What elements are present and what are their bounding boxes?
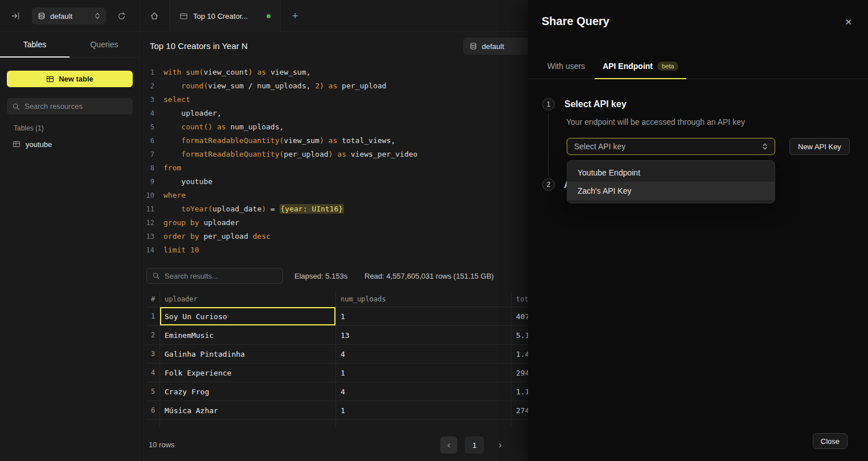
cell-total-views[interactable]: 1.1 <box>511 382 528 401</box>
line-number: 14 <box>140 243 154 257</box>
close-button[interactable]: Close <box>813 433 847 449</box>
cell-num-uploads[interactable]: 13 <box>336 326 511 344</box>
column-header[interactable]: num_uploads <box>336 291 511 307</box>
sql-editor[interactable]: 1with sum(view_count) as view_sum,2 roun… <box>140 66 528 257</box>
step-1-indicator: 1 <box>542 98 555 111</box>
resource-search-input[interactable] <box>24 102 128 111</box>
cell-empty <box>146 420 160 427</box>
cell-total-views[interactable]: 407 <box>511 307 528 325</box>
search-icon <box>12 103 20 111</box>
tab-queries[interactable]: Queries <box>69 32 139 57</box>
table-row[interactable]: 4Folk Experience1294 <box>146 364 528 382</box>
tab-strip: Top 10 Creator... + <box>140 0 140 32</box>
line-number: 2 <box>140 79 154 93</box>
query-tab[interactable]: Top 10 Creator... <box>169 0 281 32</box>
code-text: where <box>154 189 186 202</box>
table-item-label: youtube <box>26 140 52 149</box>
new-api-key-button[interactable]: New API Key <box>789 138 850 155</box>
cell-num-uploads[interactable]: 4 <box>336 345 511 363</box>
cell-total-views[interactable]: 1.4 <box>511 345 528 363</box>
tab-api-endpoint[interactable]: API Endpoint beta <box>595 54 686 79</box>
cell-uploader[interactable]: EminemMusic <box>160 326 336 344</box>
code-line: 13order by per_upload desc <box>140 230 528 243</box>
results-search <box>146 268 283 284</box>
new-tab-button[interactable]: + <box>287 9 303 23</box>
table-row[interactable]: 3Galinha Pintadinha41.4 <box>146 345 528 364</box>
cell-num-uploads[interactable]: 1 <box>336 364 511 382</box>
cell-total-views[interactable]: 274 <box>511 401 528 419</box>
api-key-option[interactable]: Zach's API Key <box>567 182 775 200</box>
refresh-button[interactable] <box>115 10 128 22</box>
cell-total-views[interactable]: 294 <box>511 364 528 382</box>
code-text: limit 10 <box>154 243 199 257</box>
cell-empty <box>511 420 528 427</box>
line-number: 6 <box>140 134 154 148</box>
cell-total-views[interactable]: 5.1 <box>511 326 528 344</box>
row-number[interactable]: 1 <box>146 307 160 325</box>
table-row[interactable]: 5Crazy Frog41.1 <box>146 382 528 401</box>
cell-num-uploads[interactable]: 4 <box>336 382 511 401</box>
editor-database-label: default <box>482 42 504 51</box>
home-button[interactable] <box>147 10 162 22</box>
step-2-indicator: 2 <box>542 178 555 191</box>
table-row-partial <box>146 420 528 427</box>
collapse-sidebar-button[interactable] <box>9 10 22 22</box>
column-header[interactable]: uploader <box>160 291 336 307</box>
cell-uploader[interactable]: Música Azhar <box>160 401 336 419</box>
cell-empty <box>336 420 511 427</box>
elapsed-stat: Elapsed: 5.153s <box>294 272 347 280</box>
code-line: 11 toYear(upload_date) = {year: UInt16} <box>140 202 528 216</box>
cell-num-uploads[interactable]: 1 <box>336 401 511 419</box>
code-line: 5 count() as num_uploads, <box>140 120 528 134</box>
next-page-button[interactable]: › <box>492 436 509 454</box>
database-selector-label: default <box>50 12 72 21</box>
results-body: 1Soy Un Curioso14072EminemMusic135.13Gal… <box>146 307 528 427</box>
code-line: 1with sum(view_count) as view_sum, <box>140 66 528 79</box>
tab-api-endpoint-label: API Endpoint <box>603 62 653 71</box>
code-text: with sum(view_count) as view_sum, <box>154 66 310 79</box>
row-number[interactable]: 4 <box>146 364 160 382</box>
cell-uploader[interactable]: Crazy Frog <box>160 382 336 401</box>
database-selector[interactable]: default <box>32 7 106 25</box>
query-tab-icon <box>179 12 188 21</box>
line-number: 9 <box>140 175 154 189</box>
tab-tables[interactable]: Tables <box>0 32 69 57</box>
close-icon[interactable]: ✕ <box>845 17 852 27</box>
code-text: select <box>154 93 190 107</box>
refresh-icon <box>117 12 126 21</box>
cell-uploader[interactable]: Folk Experience <box>160 364 336 382</box>
share-tabs: With users API Endpoint beta <box>528 54 868 79</box>
table-grid-icon <box>46 75 54 83</box>
cell-uploader[interactable]: Galinha Pintadinha <box>160 345 336 363</box>
code-text: youtube <box>154 175 212 189</box>
tab-with-users[interactable]: With users <box>547 54 585 79</box>
api-key-select[interactable]: Select API key <box>567 138 775 155</box>
row-number[interactable]: 5 <box>146 382 160 401</box>
code-line: 4 uploader, <box>140 107 528 120</box>
api-key-menu: Youtube EndpointZach's API Key <box>567 160 775 203</box>
cell-empty <box>160 420 336 427</box>
line-number: 4 <box>140 107 154 120</box>
row-number[interactable]: 3 <box>146 345 160 363</box>
line-number: 5 <box>140 120 154 134</box>
code-text: uploader, <box>154 107 222 120</box>
table-row[interactable]: 1Soy Un Curioso1407 <box>146 307 528 326</box>
table-row[interactable]: 6Música Azhar1274 <box>146 401 528 420</box>
row-number[interactable]: 2 <box>146 326 160 344</box>
collapse-sidebar-icon <box>11 11 20 21</box>
previous-page-button[interactable]: ‹ <box>440 436 457 454</box>
code-lines: 1with sum(view_count) as view_sum,2 roun… <box>140 66 528 257</box>
table-row[interactable]: 2EminemMusic135.1 <box>146 326 528 345</box>
beta-badge: beta <box>657 62 678 71</box>
api-key-option[interactable]: Youtube Endpoint <box>567 164 775 182</box>
cell-num-uploads[interactable]: 1 <box>336 307 511 325</box>
results-search-input[interactable] <box>165 272 277 280</box>
row-number[interactable]: 6 <box>146 401 160 419</box>
cell-uploader[interactable]: Soy Un Curioso <box>160 307 336 325</box>
page-number[interactable]: 1 <box>465 436 484 454</box>
topbar: default Top 10 Creator... <box>0 0 528 32</box>
sidebar-item-youtube[interactable]: youtube <box>7 137 133 152</box>
column-header[interactable]: # <box>146 291 160 307</box>
new-table-button[interactable]: New table <box>7 71 133 87</box>
column-header[interactable]: tot <box>511 291 528 307</box>
